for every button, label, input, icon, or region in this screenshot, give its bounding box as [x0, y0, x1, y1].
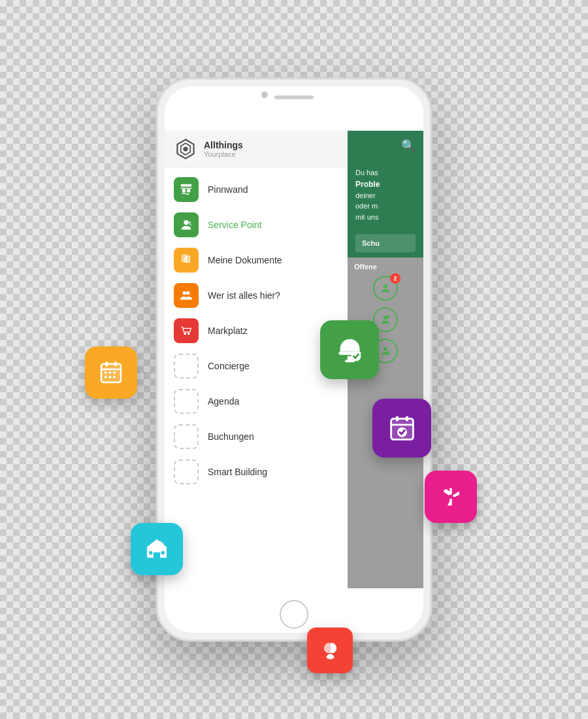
agenda-label: Agenda: [208, 396, 239, 407]
svg-point-20: [387, 315, 390, 318]
panel-text-3: oder m: [355, 201, 416, 212]
phone-camera: [261, 92, 268, 98]
svg-point-7: [184, 220, 188, 225]
phone-screen: Allthings Yourplace: [165, 86, 423, 633]
svg-rect-44: [161, 551, 165, 554]
svg-rect-30: [105, 376, 106, 378]
panel-text-1: Du has: [355, 167, 416, 178]
dokumente-label: Meine Dokumente: [208, 255, 282, 265]
pinnwand-icon: [174, 177, 199, 202]
search-icon[interactable]: 🔍: [401, 139, 416, 153]
svg-point-2: [183, 146, 188, 151]
menu-item-pinnwand[interactable]: Pinnwand: [165, 172, 348, 207]
svg-rect-28: [109, 371, 111, 373]
floating-windmill-icon[interactable]: [425, 471, 477, 523]
svg-rect-31: [109, 376, 111, 378]
svg-rect-29: [113, 371, 115, 373]
svg-point-5: [187, 189, 191, 193]
concierge-icon-dashed: [174, 354, 199, 378]
svg-point-42: [449, 495, 453, 499]
svg-point-19: [384, 316, 387, 320]
wer-ist-hier-label: Wer ist alles hier?: [208, 290, 280, 301]
svg-rect-32: [113, 376, 115, 378]
floating-buchungen-icon[interactable]: [372, 399, 431, 458]
svg-point-16: [184, 333, 186, 335]
phone-frame: Allthings Yourplace: [157, 78, 431, 641]
svg-point-18: [384, 284, 387, 288]
app-subtitle: Yourplace: [204, 150, 243, 158]
app-title-block: Allthings Yourplace: [204, 140, 243, 158]
dokumente-icon: [174, 248, 199, 273]
offene-label: Offene: [354, 263, 417, 271]
phone-speaker: [274, 95, 314, 99]
svg-point-4: [182, 189, 186, 193]
floating-calendar-icon[interactable]: [85, 346, 137, 399]
svg-rect-43: [149, 551, 152, 554]
floating-concierge-icon[interactable]: [320, 320, 379, 379]
svg-rect-27: [105, 371, 106, 373]
buchungen-icon-dashed: [174, 424, 199, 449]
svg-point-8: [189, 222, 191, 224]
smart-building-label: Smart Building: [208, 467, 267, 477]
menu-item-dokumente[interactable]: Meine Dokumente: [165, 242, 348, 278]
panel-text-2: deiner: [355, 190, 416, 201]
svg-point-21: [384, 347, 387, 351]
floating-leaf-icon[interactable]: [307, 627, 353, 673]
agenda-icon-dashed: [174, 389, 199, 414]
badge-count: 2: [390, 273, 400, 284]
app-header: Allthings Yourplace: [165, 131, 348, 168]
panel-text-4: mit uns: [355, 212, 416, 223]
markplatz-label: Markplatz: [208, 326, 248, 336]
service-point-label: Service Point: [208, 220, 261, 230]
panel-text-highlight: Proble: [355, 178, 416, 190]
svg-rect-22: [387, 351, 390, 354]
menu-item-smart-building[interactable]: Smart Building: [165, 454, 348, 490]
svg-point-15: [186, 292, 190, 295]
svg-rect-45: [155, 554, 159, 558]
menu-item-service-point[interactable]: Service Point: [165, 207, 348, 242]
menu-item-buchungen[interactable]: Buchungen: [165, 419, 348, 454]
menu-item-agenda[interactable]: Agenda: [165, 384, 348, 419]
pinnwand-label: Pinnwand: [208, 184, 248, 195]
service-point-icon: [174, 212, 199, 237]
menu-list: Pinnwand Service Point: [165, 168, 348, 588]
panel-action-button[interactable]: Schu: [355, 234, 416, 252]
svg-point-17: [188, 333, 190, 335]
right-panel-header: 🔍: [348, 131, 423, 161]
svg-rect-3: [181, 184, 192, 187]
smart-building-icon-dashed: [174, 460, 199, 484]
svg-point-14: [183, 292, 187, 295]
wer-ist-hier-icon: [174, 283, 199, 308]
concierge-label: Concierge: [208, 361, 250, 371]
app-logo: [174, 137, 197, 161]
buchungen-label: Buchungen: [208, 431, 254, 442]
menu-item-wer-ist-hier[interactable]: Wer ist alles hier?: [165, 278, 348, 313]
floating-smart-home-icon[interactable]: [131, 523, 183, 575]
app-name: Allthings: [204, 140, 243, 150]
markplatz-icon: [174, 318, 199, 343]
phone-home-button[interactable]: [280, 600, 308, 629]
offene-icon-1[interactable]: 2: [373, 276, 398, 301]
right-panel-content: Du has Proble deiner oder m mit uns: [348, 161, 423, 229]
